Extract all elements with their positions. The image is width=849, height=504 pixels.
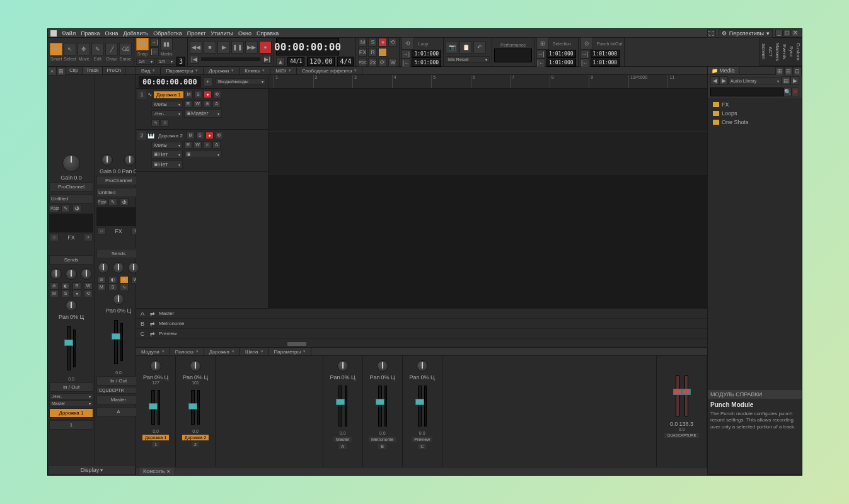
sends-m[interactable]: Sends	[96, 249, 141, 258]
track-echo[interactable]: ⟲	[215, 132, 223, 139]
menu-windows[interactable]: Окна	[105, 30, 118, 37]
marks-count[interactable]: 3	[176, 57, 185, 66]
browser-btn-3[interactable]: ⊡	[793, 67, 802, 76]
menu-file[interactable]: Файл	[62, 30, 76, 37]
edit-icon[interactable]: ✎	[61, 205, 70, 212]
echo-ch[interactable]: ⟲	[84, 290, 93, 297]
post-button[interactable]: Post	[50, 205, 59, 212]
menu-process[interactable]: Обработка	[153, 30, 182, 37]
track-mute[interactable]: M	[185, 91, 193, 98]
insp-tab-track[interactable]: Track	[83, 67, 103, 74]
track-lane-2[interactable]	[269, 132, 707, 175]
move-tool[interactable]: ✥	[78, 43, 90, 55]
output-dropdown[interactable]: Master	[49, 400, 93, 407]
punch-toggle[interactable]: ⊙	[580, 37, 593, 50]
track-mute[interactable]: M	[187, 132, 195, 139]
snap-toggle[interactable]: ▦	[136, 38, 149, 50]
post-m[interactable]: Post	[97, 198, 106, 206]
smart-tool[interactable]: ★	[50, 43, 62, 55]
track-arm[interactable]: ●	[204, 91, 212, 98]
ch-name[interactable]: Дорожка 1	[142, 435, 169, 440]
track-write[interactable]: W	[193, 141, 202, 149]
write-button[interactable]: R!	[378, 48, 387, 57]
phase-button[interactable]: ⊘	[50, 282, 59, 290]
track-x1[interactable]: ≡	[203, 141, 211, 149]
loop-end-set[interactable]: |←	[401, 59, 410, 67]
record-button[interactable]: ●	[259, 41, 272, 54]
mute-button[interactable]: M	[358, 38, 367, 47]
pan-knob-m2[interactable]	[113, 294, 124, 305]
timeline-time[interactable]: 00:00:00.000	[139, 76, 201, 88]
input-echo-button[interactable]: ⟲	[388, 38, 397, 47]
sends-section[interactable]: Sends	[49, 255, 93, 265]
console-modules-dd[interactable]: Модули	[136, 348, 170, 355]
console-params-dd[interactable]: Параметры	[269, 348, 312, 355]
read-m[interactable]: R	[120, 276, 129, 284]
forward-button[interactable]: ▶▶	[245, 41, 258, 54]
write-auto-button[interactable]: W	[388, 58, 397, 67]
volume-fader[interactable]	[67, 326, 71, 370]
send-knob-m3[interactable]	[128, 262, 139, 273]
prochannel-section[interactable]: ProChannel	[49, 182, 93, 192]
tracks-dropdown[interactable]: Дорожки	[204, 67, 240, 74]
bus-name[interactable]: Metronome	[369, 437, 396, 442]
track-layers[interactable]: ≡	[161, 119, 169, 127]
track-read[interactable]: R	[184, 100, 192, 108]
bus-name[interactable]: Master	[333, 437, 352, 442]
track-archive[interactable]: A	[212, 100, 221, 108]
folder-fx[interactable]: FX	[710, 100, 799, 109]
metronome-icon[interactable]: ▲	[276, 57, 285, 66]
rewind-button[interactable]: ◀◀	[190, 41, 202, 54]
output-m-dropdown[interactable]: CQUDCPTR	[96, 387, 141, 394]
loop-start-set[interactable]: →|	[401, 50, 410, 59]
erase-tool[interactable]: ⌫	[119, 43, 132, 55]
fwd-icon[interactable]: ▶	[719, 76, 728, 85]
pan-knob-m[interactable]	[124, 154, 136, 166]
vtab-events[interactable]: Events	[781, 38, 788, 66]
offset-button[interactable]: ⟳	[378, 58, 387, 67]
read-button[interactable]: R	[368, 48, 377, 57]
track-solo[interactable]: S	[194, 91, 202, 98]
fx-bypass-m[interactable]: ○	[97, 227, 106, 235]
track-arm[interactable]: ●	[205, 132, 214, 139]
close-button[interactable]: ✕	[792, 30, 799, 37]
draw-tool[interactable]: ╱	[105, 43, 118, 55]
punch-in-time[interactable]: 1:01:000	[591, 50, 620, 58]
back-icon[interactable]: ◀	[710, 76, 719, 85]
track-output-dd[interactable]: ▣Master	[184, 109, 222, 118]
vtab-custom[interactable]: Custom	[795, 38, 802, 66]
clips-dropdown[interactable]: Клипы	[240, 67, 270, 74]
media-tab[interactable]: 📁 Media	[708, 67, 739, 74]
wave-m[interactable]: ∿	[120, 284, 129, 291]
track-header-2[interactable]: 2 🎹 Дорожка 2 M S ● ⟲ Клипы R W	[136, 130, 268, 172]
timesig-display[interactable]: 4/4	[337, 57, 354, 66]
track-ch-dd[interactable]: ▣Нет	[151, 160, 183, 169]
speed-button[interactable]: 2x	[368, 58, 377, 67]
volume-fader-m[interactable]	[114, 320, 118, 364]
search-icon[interactable]: 🔍	[783, 88, 792, 96]
sel-start-set[interactable]: →|	[536, 50, 545, 59]
minimize-button[interactable]: _	[775, 30, 783, 37]
insp-expand[interactable]: ⊞	[57, 67, 66, 76]
select-tool[interactable]: ↖	[64, 43, 76, 55]
ch-name[interactable]: Дорожка 2	[182, 435, 209, 440]
eq-display-m[interactable]	[96, 207, 141, 226]
sel-start-time[interactable]: 1:01:000	[546, 50, 576, 58]
bus-row-c[interactable]: C⇄Preview	[136, 329, 707, 339]
eq-display[interactable]	[49, 214, 93, 232]
transport-scrubber[interactable]	[201, 57, 260, 61]
bus-pan-knob[interactable]	[337, 360, 349, 372]
punch-out-time[interactable]: 1:01:000	[591, 59, 620, 67]
stop-button[interactable]: ■	[204, 41, 216, 54]
bus-row-b[interactable]: B⇄Metronome	[136, 319, 707, 329]
track-name-label[interactable]: Дорожка 1	[49, 408, 93, 418]
track-automation[interactable]: ∿	[151, 119, 159, 127]
tempo-display[interactable]: 120.00	[307, 57, 335, 66]
prochannel-m[interactable]: ProChannel	[96, 176, 141, 185]
play-button[interactable]: ▶	[217, 41, 230, 54]
track-lanes[interactable]	[269, 89, 707, 308]
selection-icon[interactable]: ⊞	[536, 37, 549, 50]
write-auto[interactable]: W	[84, 282, 93, 290]
h-scrollbar[interactable]	[136, 341, 707, 347]
vtab-act[interactable]: ACT	[767, 38, 774, 66]
